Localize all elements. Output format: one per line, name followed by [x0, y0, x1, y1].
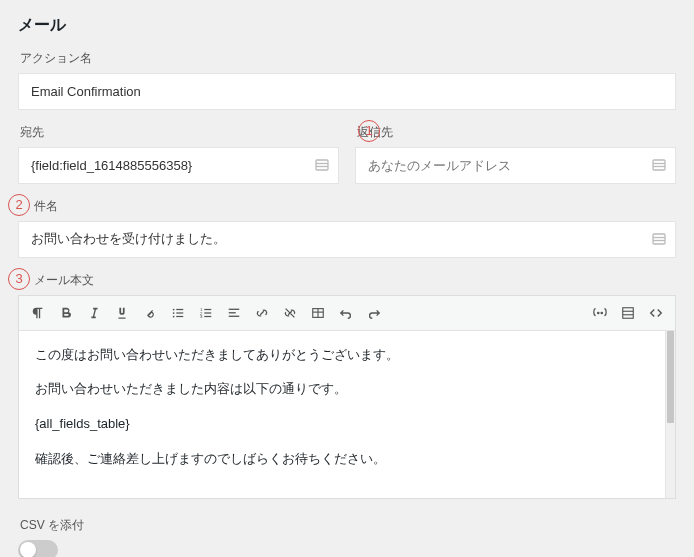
subject-input[interactable] [18, 221, 676, 258]
merge-tag-icon[interactable] [311, 154, 333, 176]
editor-textarea[interactable]: この度はお問い合わせいただきましてありがとうございます。 お問い合わせいただきま… [19, 331, 675, 498]
bold-icon[interactable] [53, 300, 79, 326]
action-name-group: アクション名 [18, 50, 676, 110]
svg-rect-6 [653, 234, 665, 244]
list-ol-icon[interactable]: 123 [193, 300, 219, 326]
svg-point-28 [601, 312, 602, 313]
svg-rect-23 [229, 315, 240, 316]
body-line: 確認後、ご連絡差し上げますのでしばらくお待ちください。 [35, 449, 659, 470]
csv-label: CSV を添付 [18, 517, 676, 534]
reply-to-label: 返信先 [355, 124, 676, 141]
visual-mode-icon[interactable] [615, 300, 641, 326]
editor-toolbar: 123 [19, 296, 675, 331]
to-label: 宛先 [18, 124, 339, 141]
svg-rect-0 [316, 160, 328, 170]
paragraph-icon[interactable] [25, 300, 51, 326]
align-icon[interactable] [221, 300, 247, 326]
clear-format-icon[interactable] [137, 300, 163, 326]
link-icon[interactable] [249, 300, 275, 326]
mail-panel: メール アクション名 1 宛先 [0, 0, 694, 557]
table-icon[interactable] [305, 300, 331, 326]
to-replyto-row: 1 宛先 返信先 [18, 124, 676, 184]
svg-rect-3 [653, 160, 665, 170]
body-line: {all_fields_table} [35, 414, 659, 435]
body-label: メール本文 [18, 272, 676, 289]
italic-icon[interactable] [81, 300, 107, 326]
svg-rect-19 [204, 312, 211, 313]
body-line: この度はお問い合わせいただきましてありがとうございます。 [35, 345, 659, 366]
editor-scrollbar[interactable] [665, 331, 675, 498]
underline-icon[interactable] [109, 300, 135, 326]
svg-text:3: 3 [200, 314, 203, 319]
merge-tag-icon[interactable] [648, 154, 670, 176]
to-input[interactable] [18, 147, 339, 184]
redo-icon[interactable] [361, 300, 387, 326]
annotation-3: 3 [8, 268, 30, 290]
reply-to-input[interactable] [355, 147, 676, 184]
svg-rect-12 [176, 308, 183, 309]
csv-attach-group: CSV を添付 [18, 517, 676, 557]
svg-point-11 [173, 315, 175, 317]
body-group: 3 メール本文 123 [18, 272, 676, 499]
merge-tag-button-icon[interactable] [587, 300, 613, 326]
scrollbar-thumb[interactable] [667, 331, 674, 423]
annotation-2: 2 [8, 194, 30, 216]
svg-point-10 [173, 312, 175, 314]
action-name-input[interactable] [18, 73, 676, 110]
csv-toggle[interactable] [18, 540, 58, 557]
subject-label: 件名 [18, 198, 676, 215]
action-name-label: アクション名 [18, 50, 676, 67]
svg-rect-29 [623, 307, 634, 318]
panel-title: メール [18, 14, 676, 36]
rich-text-editor: 123 この度はお問い合わせいただきましてありがとうございます。 お問い合わせい… [18, 295, 676, 499]
unlink-icon[interactable] [277, 300, 303, 326]
svg-rect-20 [204, 315, 211, 316]
body-line: お問い合わせいただきました内容は以下の通りです。 [35, 379, 659, 400]
merge-tag-icon[interactable] [648, 228, 670, 250]
code-mode-icon[interactable] [643, 300, 669, 326]
list-ul-icon[interactable] [165, 300, 191, 326]
subject-group: 2 件名 [18, 198, 676, 258]
svg-rect-18 [204, 308, 211, 309]
svg-rect-13 [176, 312, 183, 313]
svg-rect-21 [229, 308, 240, 309]
toggle-knob [20, 542, 36, 557]
svg-point-27 [598, 312, 599, 313]
undo-icon[interactable] [333, 300, 359, 326]
svg-rect-14 [176, 315, 183, 316]
svg-rect-22 [229, 312, 236, 313]
svg-point-9 [173, 308, 175, 310]
